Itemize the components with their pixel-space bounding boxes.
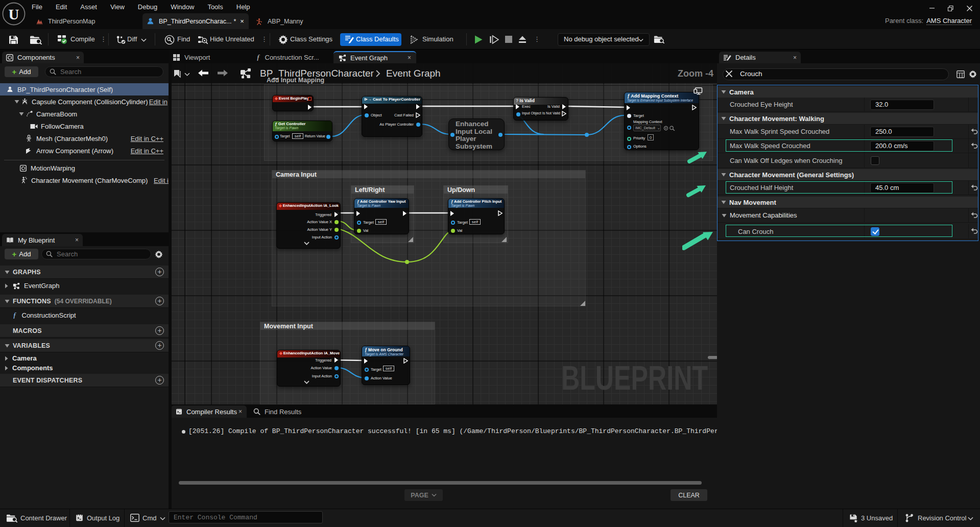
svg-text:U: U	[9, 6, 19, 22]
